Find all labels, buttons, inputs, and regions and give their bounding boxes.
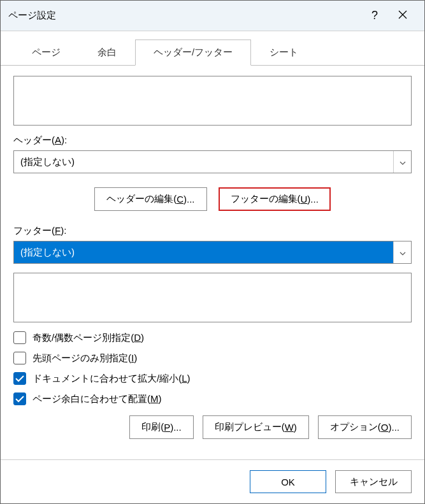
tab-page[interactable]: ページ — [13, 40, 79, 66]
header-preview — [13, 76, 412, 126]
footer-combo-value: (指定しない) — [14, 241, 393, 263]
footer-combo[interactable]: (指定しない) — [13, 241, 412, 264]
edit-footer-button[interactable]: フッターの編集(U)... — [219, 187, 331, 211]
action-buttons-row: 印刷(P)... 印刷プレビュー(W) オプション(O)... — [13, 415, 412, 439]
header-combo-value: (指定しない) — [14, 151, 393, 173]
tab-header-footer[interactable]: ヘッダー/フッター — [135, 40, 251, 66]
titlebar: ページ設定 ? — [1, 1, 424, 31]
dialog-title: ページ設定 — [8, 10, 361, 22]
help-icon: ? — [371, 9, 378, 22]
cancel-button[interactable]: キャンセル — [335, 470, 412, 493]
page-setup-dialog: ページ設定 ? ページ 余白 ヘッダー/フッター シート ヘッダー(A): (指… — [0, 0, 425, 504]
print-button[interactable]: 印刷(P)... — [129, 415, 194, 439]
footer-combo-button[interactable] — [393, 241, 411, 263]
edit-header-button[interactable]: ヘッダーの編集(C)... — [94, 187, 206, 211]
checkbox-icon — [13, 331, 26, 344]
help-button[interactable]: ? — [361, 2, 389, 30]
tab-sheet[interactable]: シート — [251, 40, 317, 66]
header-label: ヘッダー(A): — [13, 134, 412, 147]
tab-strip: ページ 余白 ヘッダー/フッター シート — [1, 31, 424, 66]
header-combo-button[interactable] — [393, 151, 411, 173]
tab-content: ヘッダー(A): (指定しない) ヘッダーの編集(C)... フッターの編集(U… — [1, 66, 424, 459]
checkbox-icon — [13, 352, 26, 364]
chevron-down-icon — [400, 247, 406, 258]
chk-odd-even[interactable]: 奇数/偶数ページ別指定(D) — [13, 331, 412, 344]
dialog-footer: OK キャンセル — [1, 459, 424, 503]
chevron-down-icon — [400, 156, 406, 168]
options-button[interactable]: オプション(O)... — [318, 415, 412, 439]
print-preview-button[interactable]: 印刷プレビュー(W) — [203, 415, 309, 439]
ok-button[interactable]: OK — [250, 470, 326, 493]
tab-margins[interactable]: 余白 — [79, 40, 135, 66]
edit-buttons-row: ヘッダーの編集(C)... フッターの編集(U)... — [13, 187, 412, 211]
chk-first-page[interactable]: 先頭ページのみ別指定(I) — [13, 352, 412, 364]
checkbox-group: 奇数/偶数ページ別指定(D) 先頭ページのみ別指定(I) ドキュメントに合わせて… — [13, 331, 412, 405]
checkbox-checked-icon — [13, 392, 26, 405]
chk-align-margins[interactable]: ページ余白に合わせて配置(M) — [13, 392, 412, 405]
close-icon — [398, 9, 407, 22]
footer-preview — [13, 273, 412, 322]
close-button[interactable] — [389, 2, 417, 30]
checkbox-checked-icon — [13, 372, 26, 385]
header-combo[interactable]: (指定しない) — [13, 150, 412, 173]
chk-scale-with-doc[interactable]: ドキュメントに合わせて拡大/縮小(L) — [13, 372, 412, 385]
footer-label: フッター(F): — [13, 225, 412, 237]
